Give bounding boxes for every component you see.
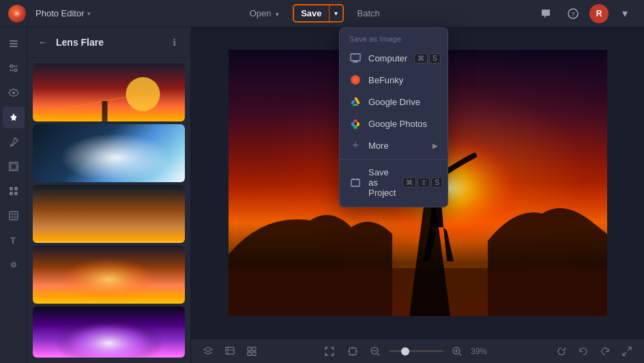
filter-thumb-sunset [33,63,185,121]
svg-rect-19 [14,192,18,195]
more-icon: + [349,139,362,151]
befunky-label: BeFunky [368,75,438,85]
sidebar-item-textures[interactable] [3,205,25,227]
svg-line-57 [628,347,631,351]
google-photos-icon [349,117,362,130]
save-dropdown-button[interactable]: ▾ [329,5,342,21]
save-more[interactable]: + More ▶ [340,134,448,156]
filter-thumb-spotlight [33,246,185,304]
bottom-center-controls: 39% [321,344,493,359]
save-to-computer[interactable]: Computer ⌘ S [340,47,448,69]
svg-rect-59 [351,54,360,61]
list-item[interactable] [33,306,185,358]
open-button[interactable]: Open ▾ [241,5,287,22]
save-to-befunky[interactable]: BeFunky [340,69,448,91]
dropdown-divider [340,159,448,160]
zoom-out-button[interactable] [367,345,383,358]
panel-title: Lens Flare [56,37,160,48]
list-item[interactable]: Flash [33,124,185,182]
svg-rect-33 [41,306,177,358]
google-drive-icon [349,96,362,108]
panel-header: ← Lens Flare ℹ [27,27,190,58]
bottom-left-controls [199,344,261,359]
sidebar-item-elements[interactable] [3,180,25,202]
filter-thumb-strobe [33,185,185,243]
save-to-google-drive[interactable]: Google Drive [340,91,448,113]
app-logo [8,5,26,23]
sidebar-item-adjustments[interactable] [3,57,25,79]
zoom-track [389,350,443,352]
undo-button[interactable] [574,344,592,359]
svg-rect-17 [14,187,18,190]
avatar[interactable]: R [589,4,609,23]
panel-info-button[interactable]: ℹ [166,34,182,50]
save-project-shortcut: ⌘ ⇧ S [402,177,443,188]
sidebar-item-brush[interactable] [3,131,25,153]
svg-rect-18 [10,192,13,195]
svg-point-68 [353,125,357,129]
svg-point-12 [12,91,15,94]
svg-line-56 [459,353,461,355]
redo-button[interactable] [596,344,614,359]
app-title-button[interactable]: Photo Editor ▾ [31,5,95,21]
svg-rect-42 [252,347,256,351]
svg-rect-30 [102,101,108,121]
svg-rect-31 [41,124,177,182]
sidebar-item-layers[interactable] [3,33,25,55]
filter-thumb-flash [33,124,185,182]
fit-button[interactable] [321,344,338,359]
topbar: Photo Editor ▾ Open ▾ Save ▾ Batch ? R ▾ [0,0,644,27]
open-arrow: ▾ [276,11,279,18]
expand-button[interactable] [618,344,636,359]
save-button-group: Save ▾ [293,4,343,23]
filter-list: Sunset Flash Strobe [27,58,190,363]
svg-point-6 [10,65,13,68]
zoom-slider[interactable] [389,350,443,352]
save-project-label: Save as Project [368,167,396,198]
zoom-thumb [401,347,409,355]
befunky-icon [349,74,362,86]
svg-line-52 [377,353,379,355]
computer-label: Computer [368,53,407,63]
body: T ← Lens Flare ℹ [0,27,644,363]
panel-back-button[interactable]: ← [35,35,50,49]
focus-button[interactable] [344,344,362,359]
google-drive-label: Google Drive [368,97,438,107]
save-to-google-photos[interactable]: Google Photos [340,113,448,134]
save-main-button[interactable]: Save [294,5,328,21]
google-photos-label: Google Photos [368,119,438,129]
svg-point-9 [14,69,17,72]
filter-thumb-last [33,306,185,358]
batch-button[interactable]: Batch [349,5,388,22]
svg-point-27 [13,264,14,265]
zoom-in-button[interactable] [449,345,465,358]
list-item[interactable]: Strobe [33,185,185,243]
list-item[interactable]: Spotlight [33,246,185,304]
layers-button[interactable] [199,344,217,359]
svg-point-69 [354,122,357,126]
svg-point-13 [10,145,12,147]
svg-marker-63 [351,100,355,104]
more-arrow-icon: ▶ [433,142,438,149]
help-button[interactable]: ? [562,3,584,25]
svg-rect-43 [248,352,251,355]
svg-line-58 [623,352,626,355]
save-as-project[interactable]: Save as Project ⌘ ⇧ S [340,162,448,203]
chat-button[interactable] [535,3,557,25]
sidebar-item-eye[interactable] [3,82,25,104]
sidebar-item-text[interactable]: T [3,229,25,251]
sidebar-item-extras[interactable] [3,254,25,276]
bottom-right-controls [553,344,636,359]
list-item[interactable]: Sunset [33,63,185,121]
refresh-button[interactable] [553,344,570,359]
svg-rect-3 [10,40,18,42]
svg-rect-70 [351,179,360,186]
dropdown-header: Save as Image [340,32,448,47]
svg-rect-41 [248,347,251,351]
grid-button[interactable] [243,344,261,359]
history-button[interactable] [221,344,239,359]
topbar-more-button[interactable]: ▾ [614,3,636,25]
sidebar-item-frames[interactable] [3,156,25,177]
sidebar-item-effects[interactable] [3,106,25,128]
svg-rect-44 [252,352,256,355]
